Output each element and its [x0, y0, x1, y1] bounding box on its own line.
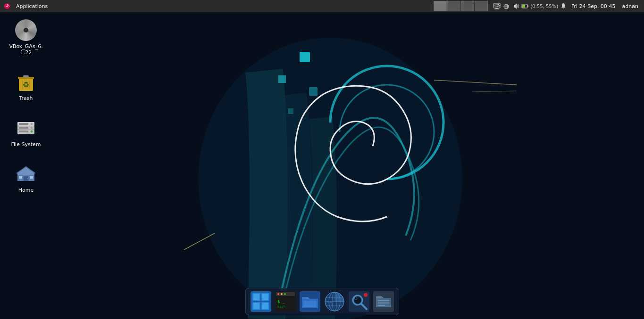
debian-logo-icon [4, 3, 10, 9]
vbox-label: VBox_GAs_6.1.22 [9, 43, 42, 56]
trash-label: Trash [19, 95, 33, 101]
svg-rect-46 [30, 176, 33, 179]
battery-icon[interactable] [521, 2, 529, 10]
desktop: Applications [0, 0, 644, 319]
screensaver-icon[interactable] [493, 2, 501, 10]
workspace-4-button[interactable] [475, 1, 488, 11]
home-image [15, 163, 37, 185]
svg-rect-3 [278, 75, 286, 83]
taskbar-search-button[interactable] [348, 290, 370, 313]
svg-line-15 [498, 5, 499, 6]
svg-point-39 [31, 127, 33, 129]
cd-image [15, 19, 37, 41]
svg-rect-52 [253, 294, 259, 300]
vbox-icon[interactable]: VBox_GAs_6.1.22 [5, 17, 47, 57]
taskbar-terminal-button[interactable]: $ _ bash [274, 290, 297, 313]
workspace-switcher [434, 1, 488, 11]
svg-rect-40 [19, 131, 28, 132]
svg-point-75 [354, 297, 361, 303]
svg-rect-53 [262, 294, 268, 300]
svg-point-59 [281, 293, 283, 295]
svg-text:$ _: $ _ [277, 299, 285, 304]
svg-rect-38 [19, 127, 28, 129]
svg-rect-11 [495, 8, 498, 9]
svg-point-44 [27, 178, 28, 179]
desktop-icons-area: VBox_GAs_6.1.22 ♻ [5, 17, 47, 195]
taskbar: $ _ bash [245, 288, 399, 315]
home-label: Home [18, 187, 33, 193]
svg-text:bash: bash [277, 305, 285, 309]
svg-rect-13 [494, 4, 497, 7]
svg-rect-34 [17, 126, 34, 126]
svg-rect-27 [23, 75, 29, 77]
svg-rect-55 [262, 303, 268, 309]
svg-marker-21 [514, 3, 517, 9]
workspace-1-button[interactable] [434, 1, 447, 11]
battery-text: (0:55, 55%) [530, 4, 558, 9]
trash-icon[interactable]: ♻ Trash [5, 69, 47, 103]
taskbar-xfce-button[interactable] [250, 290, 272, 313]
volume-icon[interactable] [511, 2, 520, 10]
svg-rect-54 [253, 303, 259, 309]
svg-rect-35 [17, 130, 34, 130]
svg-rect-23 [527, 5, 528, 7]
taskbar-filemanager2-button[interactable] [372, 290, 395, 313]
svg-point-60 [284, 293, 286, 295]
clock-display: Fri 24 Sep, 00:45 [569, 3, 619, 9]
svg-rect-45 [19, 176, 22, 179]
user-display[interactable]: adnan [619, 3, 641, 9]
svg-point-78 [364, 293, 368, 297]
workspace-3-button[interactable] [461, 1, 474, 11]
taskbar-browser-button[interactable] [323, 290, 346, 313]
filesystem-icon-container[interactable]: File System [5, 115, 47, 149]
notification-bell-icon[interactable] [559, 2, 568, 10]
svg-rect-4 [309, 87, 318, 96]
svg-rect-12 [494, 9, 499, 9]
filesystem-image [15, 117, 37, 139]
svg-rect-2 [300, 52, 310, 62]
svg-point-41 [31, 131, 33, 132]
workspace-2-button[interactable] [447, 1, 460, 11]
desktop-background [0, 0, 644, 319]
network-icon[interactable] [502, 2, 510, 10]
svg-rect-24 [522, 5, 525, 8]
trash-image: ♻ [15, 71, 37, 93]
home-icon-container[interactable]: Home [5, 161, 47, 195]
applications-menu[interactable]: Applications [14, 2, 50, 10]
taskbar-files-button[interactable] [299, 290, 321, 313]
top-panel: Applications [0, 0, 644, 12]
filesystem-label: File System [11, 141, 41, 147]
svg-rect-36 [19, 123, 28, 125]
svg-rect-5 [288, 108, 293, 114]
svg-rect-64 [303, 301, 317, 307]
panel-right: (0:55, 55%) Fri 24 Sep, 00:45 adnan [490, 2, 644, 10]
panel-left: Applications [0, 2, 53, 10]
svg-point-37 [31, 123, 33, 125]
svg-point-58 [277, 293, 279, 295]
